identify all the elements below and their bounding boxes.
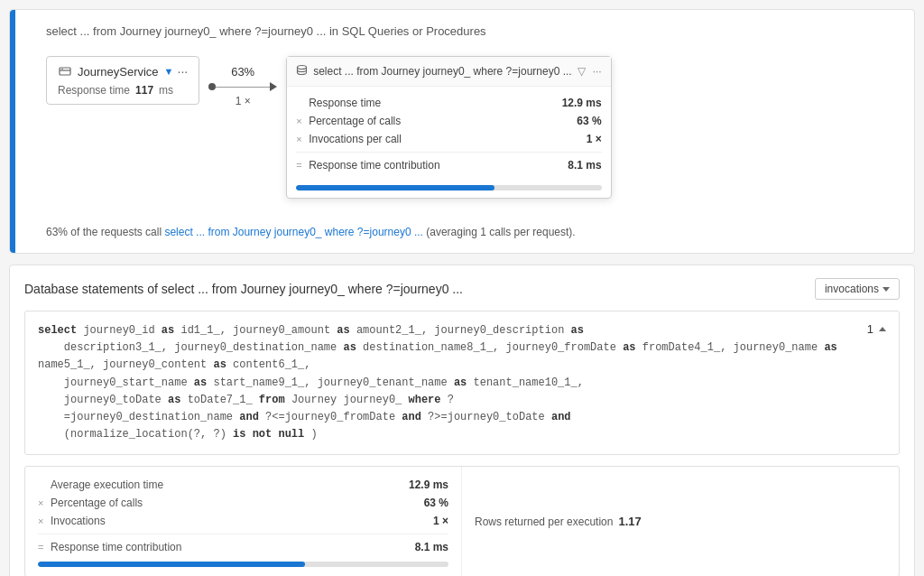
sql-keyword-isnull: is not null [233,428,304,441]
sql-keyword-as6: as [824,341,836,354]
service-name: JourneyService [78,65,159,79]
tooltip-label-2: Percentage of calls [309,115,557,127]
connector-area: 63% 1 × [199,65,286,107]
svg-point-3 [298,66,307,70]
sql-invocation-count: 1 [867,322,873,336]
sql-keyword-and3: and [551,411,571,423]
top-panel: select ... from Journey journey0_ where … [9,9,915,254]
stat-progress-fill [38,562,305,567]
sql-text-2: id1_1_, journey0_amount [180,324,337,337]
flow-area: JourneyService ▼ ··· Response time 117 m… [28,56,896,199]
tooltip-header: select ... from Journey journey0_ where … [287,57,611,87]
sql-block: select journey0_id as id1_1_, journey0_a… [24,311,900,455]
tooltip-value-2: 63 % [557,115,602,127]
stats-grid: Average execution time 12.9 ms × Percent… [24,466,900,576]
stat-value-3: 1 × [403,515,448,527]
bottom-panel-title: Database statements of select ... from J… [24,282,463,296]
stat-row-2: × Percentage of calls 63 % [38,494,448,512]
tooltip-row-2: × Percentage of calls 63 % [296,112,602,130]
dots-button[interactable]: ··· [178,64,189,79]
bottom-text: 63% of the requests call select ... from… [28,217,896,238]
bottom-header: Database statements of select ... from J… [24,278,900,300]
sql-invocations: 1 [867,322,886,336]
tooltip-filter-icon[interactable]: ▽ [578,65,586,78]
filter-icon[interactable]: ▼ [164,66,174,77]
tooltip-op-3: × [296,134,309,144]
response-time-value: 117 [135,84,153,97]
sql-keyword-where: where [409,394,441,406]
sql-code: select journey0_id as id1_1_, journey0_a… [38,322,849,443]
connector-dot [208,83,216,90]
sql-keyword-as4: as [343,341,356,354]
service-controls: ▼ ··· [164,64,189,79]
sql-keyword-from: from [259,394,285,406]
stat-label-1: Average execution time [51,478,403,491]
bottom-text-link[interactable]: select ... from Journey journey0_ where … [164,226,422,238]
blue-sidebar [10,10,15,253]
response-time-unit: ms [159,84,173,97]
stat-divider [38,534,448,534]
sql-text-3: amount2_1_, journey0_description [356,324,571,337]
bottom-text-prefix: 63% of the requests call [46,226,164,238]
sql-keyword-as5: as [623,341,635,354]
sql-keyword-as1: as [162,324,174,337]
stat-value-4: 8.1 ms [403,541,448,553]
sql-text-15: ?>=journey0_toDate [428,411,551,423]
sql-text-12: Journey journey0_ [291,394,409,406]
percentage-label: 63% [231,65,254,79]
response-time-label: Response time [58,84,130,97]
svg-point-2 [61,69,63,70]
sql-keyword-as10: as [168,394,180,406]
tooltip-icons: ▽ ··· [578,65,602,78]
sql-keyword-as9: as [454,376,467,389]
tooltip-value-4: 8.1 ms [557,159,602,172]
sql-text-14: ?<=journey0_fromDate [265,411,402,423]
tooltip-op-4: = [296,160,309,171]
stat-op-4: = [38,542,51,553]
response-time-row: Response time 117 ms [58,84,188,97]
stat-label-3: Invocations [51,515,403,527]
sql-text-1: journey0_id [83,324,161,337]
stat-label-4: Response time contribution [51,541,403,553]
sql-keyword-as3: as [571,324,584,337]
stat-progress-bg [38,562,448,567]
tooltip-value-3: 1 × [557,133,602,145]
connector-line [216,87,270,88]
sql-keyword-as7: as [213,358,226,371]
sql-keyword-and1: and [239,411,259,423]
sql-expand-icon[interactable] [879,327,886,331]
bottom-text-suffix: (averaging 1 calls per request). [423,226,576,238]
arrow-line [208,82,277,91]
sql-text-6: fromDate4_1_, journey0_name [642,341,825,354]
rows-returned-value: 1.17 [618,515,641,528]
sql-text-9: start_name9_1_, journey0_tenant_name [213,376,453,389]
service-box: JourneyService ▼ ··· Response time 117 m… [46,56,199,105]
connector-arrow [270,82,277,91]
sql-text-16: (normalize_location(?, ?) [38,428,233,441]
tooltip-divider [296,152,602,153]
stat-op-2: × [38,497,51,508]
tooltip-row-3: × Invocations per call 1 × [296,130,602,148]
invocations-button[interactable]: invocations [815,278,900,300]
sql-text-5: destination_name8_1_, journey0_fromDate [363,341,623,354]
stat-row-4: = Response time contribution 8.1 ms [38,538,448,556]
invocations-label: invocations [825,283,879,295]
tooltip-more-icon[interactable]: ··· [593,65,602,78]
tooltip-label-3: Invocations per call [309,133,557,145]
stats-left: Average execution time 12.9 ms × Percent… [25,467,462,576]
sql-keyword-as8: as [194,376,207,389]
tooltip-progress-bg [296,185,602,190]
service-header: JourneyService ▼ ··· [58,64,188,79]
invocations-chevron-icon [882,287,890,292]
sql-keyword-as2: as [337,324,349,337]
rows-returned-label: Rows returned per execution [475,516,613,528]
tooltip-label-4: Response time contribution [309,159,557,172]
tooltip-table: Response time 12.9 ms × Percentage of ca… [287,87,611,181]
stat-value-2: 63 % [403,497,448,509]
bottom-panel: Database statements of select ... from J… [9,265,915,576]
tooltip-op-2: × [296,116,309,126]
tooltip-progress-wrap [287,181,611,198]
tooltip-progress-fill [296,185,494,190]
tooltip-label-1: Response time [309,97,557,109]
query-title: select ... from Journey journey0_ where … [28,24,896,38]
